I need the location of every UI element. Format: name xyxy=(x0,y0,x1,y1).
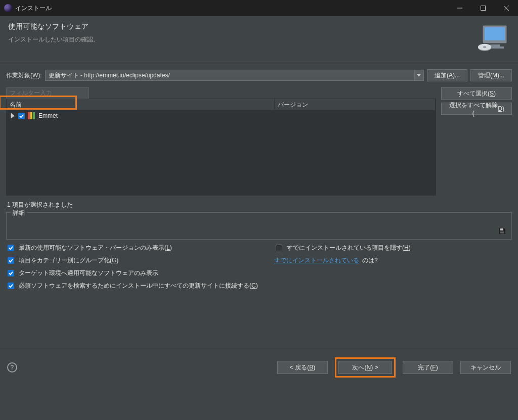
check-contact-all-sites[interactable]: 必須ソフトウェアを検索するためにインストール中にすべての更新サイトに接続する(C… xyxy=(6,282,512,290)
selection-status: 1 項目が選択されました xyxy=(7,201,511,209)
options-grid: 最新の使用可能なソフトウェア・バージョンのみ表示(L) すでにインストールされて… xyxy=(6,244,512,290)
deselect-all-button[interactable]: 選択をすべて解除(D) xyxy=(441,103,512,115)
finish-button[interactable]: 完了(F) xyxy=(403,361,453,374)
checkbox[interactable] xyxy=(276,245,282,251)
software-table: 名前 バージョン Emmet xyxy=(6,99,436,196)
minimize-button[interactable] xyxy=(448,0,471,16)
check-hide-installed[interactable]: すでにインストールされている項目を隠す(H) xyxy=(274,244,512,252)
work-with-combo[interactable] xyxy=(45,70,424,81)
filter-input[interactable] xyxy=(6,87,89,99)
details-fieldset: 詳細 xyxy=(6,212,512,240)
manage-sites-button[interactable]: 管理(M)... xyxy=(470,69,512,81)
svg-rect-6 xyxy=(490,44,500,46)
tree-item-label: Emmet xyxy=(38,112,58,119)
details-legend: 詳細 xyxy=(11,209,27,217)
checkbox[interactable] xyxy=(8,283,14,289)
checkbox[interactable] xyxy=(18,113,25,119)
svg-rect-5 xyxy=(485,27,505,40)
save-icon[interactable] xyxy=(498,227,506,235)
table-row[interactable]: Emmet xyxy=(7,110,436,121)
check-target-env[interactable]: ターゲット環境へ適用可能なソフトウェアのみ表示 xyxy=(6,269,269,277)
check-latest-only[interactable]: 最新の使用可能なソフトウェア・バージョンのみ表示(L) xyxy=(6,244,269,252)
annotation-highlight-next: 次へ(N) > xyxy=(335,357,396,378)
window-title: インストール xyxy=(15,4,52,13)
svg-point-10 xyxy=(483,46,486,48)
checkbox[interactable] xyxy=(8,270,14,276)
table-header: 名前 バージョン xyxy=(7,99,436,110)
chevron-down-icon[interactable] xyxy=(414,70,423,80)
wizard-header: 使用可能なソフトウェア インストールしたい項目の確認。 xyxy=(0,16,518,62)
page-subtext: インストールしたい項目の確認。 xyxy=(8,35,99,44)
next-button[interactable]: 次へ(N) > xyxy=(338,361,392,374)
add-site-button[interactable]: 追加(A)... xyxy=(427,69,467,81)
checkbox[interactable] xyxy=(8,257,14,264)
back-button[interactable]: < 戻る(B) xyxy=(277,361,328,374)
footer: ? < 戻る(B) 次へ(N) > 完了(F) キャンセル xyxy=(0,351,518,384)
work-with-row: 作業対象(W): 追加(A)... 管理(M)... xyxy=(6,69,512,81)
already-installed-link-row: すでにインストールされている のは? xyxy=(274,256,512,265)
eclipse-icon xyxy=(4,4,12,12)
category-icon xyxy=(28,112,36,119)
column-name[interactable]: 名前 xyxy=(7,99,275,110)
help-icon[interactable]: ? xyxy=(7,362,17,372)
already-installed-link[interactable]: すでにインストールされている xyxy=(274,256,359,265)
table-body[interactable]: Emmet xyxy=(7,110,436,195)
maximize-button[interactable] xyxy=(471,0,495,16)
expand-icon[interactable] xyxy=(10,113,16,119)
work-with-label: 作業対象(W): xyxy=(6,71,42,80)
column-version[interactable]: バージョン xyxy=(275,99,436,110)
check-group-by-category[interactable]: 項目をカテゴリー別にグループ化(G) xyxy=(6,256,269,265)
checkbox[interactable] xyxy=(8,245,14,251)
svg-rect-1 xyxy=(481,6,486,11)
install-banner-icon xyxy=(478,22,510,55)
svg-rect-11 xyxy=(500,228,503,230)
cancel-button[interactable]: キャンセル xyxy=(460,361,511,374)
select-all-button[interactable]: すべて選択(S) xyxy=(441,87,512,100)
svg-rect-12 xyxy=(500,231,504,234)
titlebar: インストール xyxy=(0,0,518,16)
work-with-input[interactable] xyxy=(46,70,414,80)
page-title: 使用可能なソフトウェア xyxy=(8,22,99,31)
close-button[interactable] xyxy=(495,0,518,16)
